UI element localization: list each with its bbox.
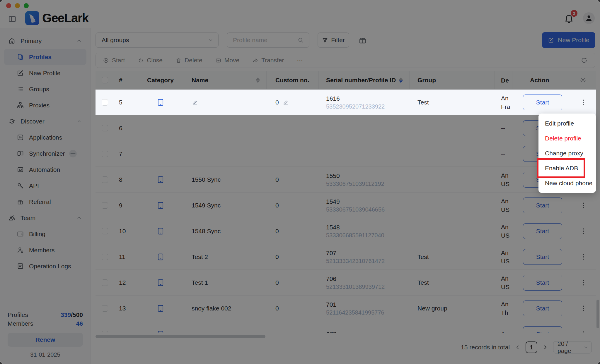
cell-custom-no: 0: [267, 90, 319, 115]
serial-number: 1616: [326, 95, 340, 102]
menu-item-delete-profile[interactable]: Delete profile: [538, 131, 596, 146]
cell-serial: 1616535230952071233922: [319, 90, 410, 115]
menu-item-edit-profile[interactable]: Edit profile: [538, 116, 596, 131]
kebab-menu-icon[interactable]: [579, 99, 587, 106]
app-window: GeeLark 2 PrimaryProfilesNew ProfileGrou…: [0, 0, 600, 364]
row-checkbox[interactable]: [102, 99, 108, 106]
cell-checkbox: [96, 90, 114, 115]
custom-no-text: 0: [275, 99, 279, 106]
cell-group: Test: [410, 90, 495, 115]
cell-number: 5: [114, 90, 137, 115]
dim-overlay: [0, 0, 600, 364]
cell-action: Start: [512, 90, 596, 115]
profile-row-5: 501616535230952071233922TestAnFraStart: [96, 90, 596, 115]
cell-category: [137, 90, 184, 115]
start-button[interactable]: Start: [523, 95, 562, 110]
row-context-menu: Edit profileDelete profileChange proxyEn…: [538, 114, 596, 193]
device-line: An: [501, 95, 509, 102]
cell-name: [184, 90, 267, 115]
phone-icon: [157, 97, 164, 108]
pencil-icon[interactable]: [282, 99, 289, 106]
profile-id: 535230952071233922: [326, 103, 385, 110]
cell-device: AnFra: [495, 90, 512, 115]
annotation-highlight-box: [537, 158, 585, 178]
device-line: Fra: [501, 103, 510, 110]
pencil-icon[interactable]: [192, 99, 198, 106]
